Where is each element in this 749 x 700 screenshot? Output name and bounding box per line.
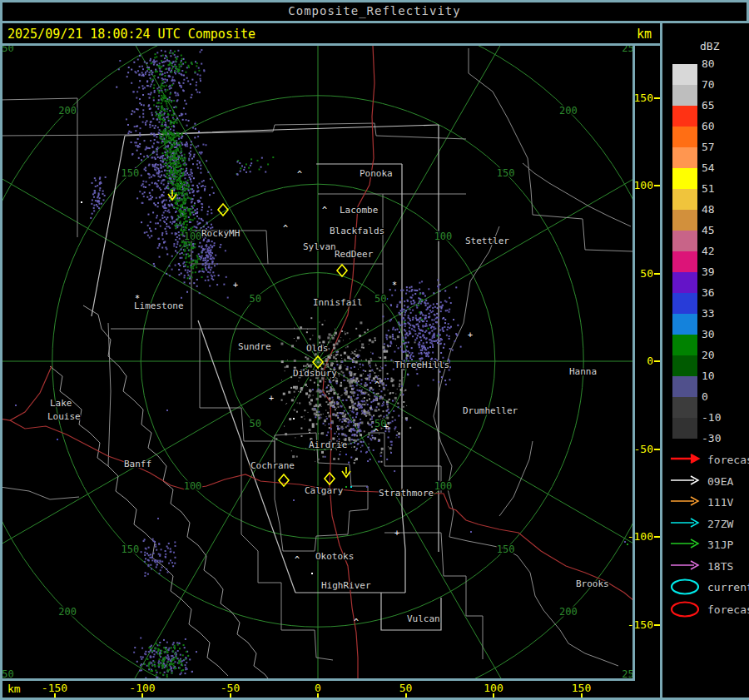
track-label: 18TS <box>707 560 733 573</box>
track-arrow-icon <box>669 474 704 487</box>
colorbar-level-label: -10 <box>702 411 721 424</box>
colorbar-swatch <box>672 85 697 106</box>
frame-line <box>0 43 660 46</box>
colorbar-level-label: 39 <box>702 266 715 278</box>
colorbar-swatch <box>672 335 697 355</box>
colorbar-swatch <box>672 314 697 335</box>
colorbar-swatch <box>672 147 697 168</box>
city-label: Vulcan <box>407 613 440 624</box>
colorbar-level-label: 20 <box>702 349 715 361</box>
city-label: ThreeHills <box>394 360 449 370</box>
svg-text:150: 150 <box>497 544 515 555</box>
colorbar-swatch <box>672 189 697 210</box>
city-label: RedDeer <box>335 249 374 260</box>
track-arrow-icon <box>669 494 704 508</box>
colorbar-level-label: 48 <box>702 203 715 216</box>
city-label: Stettler <box>465 236 509 246</box>
asterisk-symbol-icon: * <box>392 280 397 290</box>
city-label: Limestone <box>134 300 184 311</box>
city-label: Okotoks <box>315 551 354 562</box>
frame-line <box>632 43 635 680</box>
ellipse-label: forecast <box>707 603 749 616</box>
track-arrow-icon <box>669 452 704 465</box>
right-axis-label: 100 <box>634 179 653 191</box>
svg-text:100: 100 <box>434 231 453 242</box>
colorbar-swatch <box>672 355 697 376</box>
colorbar-level-label: 80 <box>702 57 715 70</box>
right-axis-label: 50 <box>640 267 653 280</box>
bottom-axis-label: 100 <box>484 682 503 694</box>
svg-text:100: 100 <box>184 231 202 242</box>
city-label: Cochrane <box>250 460 295 471</box>
caret-symbol-icon: ^ <box>354 618 359 627</box>
frame-line <box>0 21 749 23</box>
city-label: Louise <box>47 411 81 422</box>
dot-symbol-icon <box>311 573 313 574</box>
colorbar-level-label: 70 <box>702 78 715 91</box>
colorbar-level-label: 36 <box>702 286 715 299</box>
bottom-axis-label: 0 <box>315 682 321 694</box>
city-label: Lake <box>50 398 72 409</box>
bottom-axis-label: 50 <box>399 682 413 694</box>
right-axis-label: -50 <box>634 443 653 455</box>
city-label: RockyMH <box>201 228 240 239</box>
city-label: Sylvan <box>303 241 336 252</box>
city-label: Brooks <box>576 578 609 589</box>
svg-text:200: 200 <box>559 105 578 117</box>
right-axis-label: 150 <box>634 92 653 104</box>
colorbar-level-label: 54 <box>702 161 715 174</box>
km-unit-label-bottom: km <box>7 683 21 695</box>
caret-symbol-icon: ^ <box>283 224 288 233</box>
colorbar-swatch <box>672 418 697 439</box>
colorbar-swatch <box>672 231 697 251</box>
bottom-axis-label: -100 <box>129 682 155 694</box>
city-label: Innisfail <box>313 297 363 308</box>
caret-symbol-icon: ^ <box>297 170 302 179</box>
colorbar-swatch <box>672 251 697 272</box>
frame-line <box>0 0 749 2</box>
svg-text:100: 100 <box>184 480 202 492</box>
bottom-axis-label: 150 <box>572 682 591 694</box>
svg-text:150: 150 <box>497 167 515 179</box>
caret-symbol-icon: ^ <box>374 380 379 390</box>
track-label: 111V <box>707 496 733 509</box>
colorbar-swatch <box>672 376 697 397</box>
radar-app-window: { "title_bar": {"title": "Composite_Refl… <box>0 0 749 700</box>
colorbar-level-label: 57 <box>702 141 715 153</box>
frame-line <box>0 0 2 700</box>
city-label: Sundre <box>238 341 271 352</box>
city-label: Strathmore <box>379 488 434 499</box>
city-label: Banff <box>124 459 151 469</box>
bottom-axis-label: -50 <box>221 682 240 694</box>
ellipse-icon <box>669 600 704 618</box>
caret-symbol-icon: ^ <box>374 428 379 437</box>
track-arrow-icon <box>669 516 704 529</box>
track-arrow-icon <box>669 559 704 572</box>
radar-map-canvas[interactable]: 5010015020025050100150200250501001502002… <box>0 0 635 680</box>
colorbar-swatch <box>672 397 697 418</box>
city-label: Olds <box>306 343 329 354</box>
city-label: Blackfalds <box>330 226 384 236</box>
track-label: 09EA <box>707 475 733 488</box>
colorbar-swatch <box>672 106 697 127</box>
colorbar-level-label: 60 <box>702 120 715 132</box>
colorbar-level-label: 45 <box>702 224 715 236</box>
bottom-axis: km -150-100-50050100150 <box>0 680 660 698</box>
colorbar-swatch <box>672 293 697 314</box>
sidebar: dBZ 807065605754514845423936333020100-10… <box>662 22 749 700</box>
svg-text:50: 50 <box>374 293 386 305</box>
right-axis-label: -150 <box>627 618 653 631</box>
colorbar-level-label: 10 <box>702 370 715 382</box>
svg-text:200: 200 <box>58 105 77 117</box>
colorbar-swatch <box>672 64 697 85</box>
frame-line <box>0 678 635 681</box>
city-label: Drumheller <box>463 405 518 416</box>
colorbar-swatch <box>672 127 697 147</box>
plus-symbol-icon: + <box>394 529 399 538</box>
colorbar-level-label: 33 <box>702 307 715 320</box>
colorbar-swatch <box>672 168 697 189</box>
colorbar-level-label: 42 <box>702 245 715 257</box>
svg-text:150: 150 <box>121 167 139 179</box>
colorbar-level-label: -30 <box>702 432 721 444</box>
svg-text:50: 50 <box>250 293 261 305</box>
